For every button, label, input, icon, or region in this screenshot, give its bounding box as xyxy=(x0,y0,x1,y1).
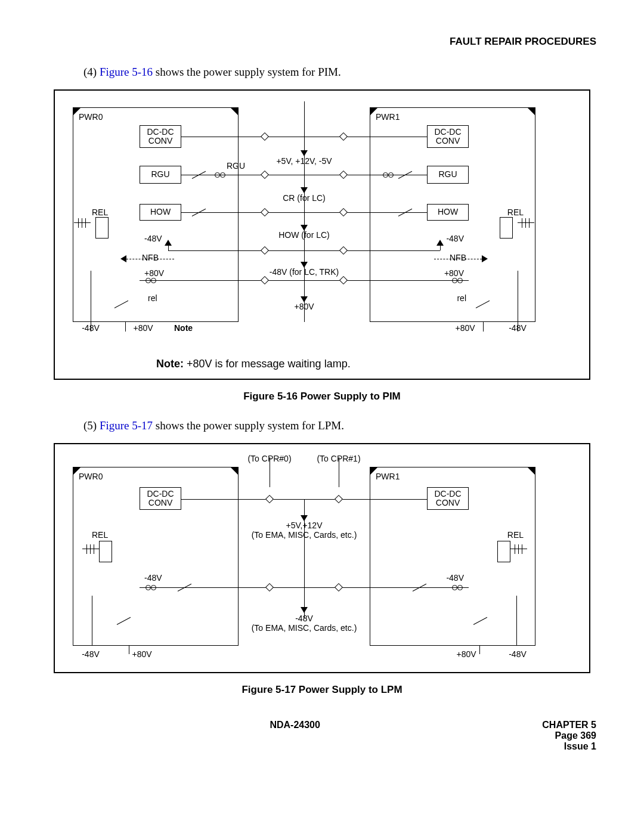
rel-left-label: REL xyxy=(92,208,108,217)
row-5v12v-2: +5V,+12V xyxy=(286,521,323,530)
neg48-left-2: -48V xyxy=(144,573,162,583)
chapter-label: CHAPTER 5 xyxy=(542,720,596,730)
para5-prefix: (5) xyxy=(83,419,100,432)
rgu-center-label: RGU xyxy=(227,161,245,171)
neg48-stub-l: -48V xyxy=(82,323,100,333)
page-footer: NDA-24300 CHAPTER 5 Page 369 Issue 1 xyxy=(48,720,596,752)
issue-number: Issue 1 xyxy=(542,741,596,752)
para4-prefix: (4) xyxy=(83,66,100,78)
figure-5-16-caption: Figure 5-16 Power Supply to PIM xyxy=(48,391,596,402)
figure-5-16-diagram: PWR0 PWR1 DC-DC CONV DC-DC CONV +5V, +12… xyxy=(73,101,571,352)
figure-5-16-frame: PWR0 PWR1 DC-DC CONV DC-DC CONV +5V, +12… xyxy=(54,89,590,380)
how-right: HOW xyxy=(427,204,469,221)
pos80-stub-l: +80V xyxy=(133,323,153,333)
rel-right-label: REL xyxy=(507,208,524,217)
note-word: Note xyxy=(174,323,193,333)
dcdc-right: DC-DC CONV xyxy=(427,125,469,148)
paragraph-5: (5) Figure 5-17 shows the power supply s… xyxy=(83,419,596,432)
figure-5-16-link[interactable]: Figure 5-16 xyxy=(100,66,153,78)
note-bold: Note: xyxy=(156,358,184,370)
dcdc-left: DC-DC CONV xyxy=(140,125,181,148)
figure-5-17-link[interactable]: Figure 5-17 xyxy=(100,419,153,432)
page-header: FAULT REPAIR PROCEDURES xyxy=(48,36,596,48)
pwr1-label-2: PWR1 xyxy=(376,472,400,481)
pwr0-label: PWR0 xyxy=(79,112,103,122)
neg48-stub-l2: -48V xyxy=(82,649,100,659)
pwr1-label: PWR1 xyxy=(376,112,400,122)
nfb-right: NFB xyxy=(450,253,466,262)
row-ema2: (To EMA, MISC, Cards, etc.) xyxy=(252,623,357,633)
row-pos80: +80V xyxy=(294,302,314,311)
row-how: HOW (for LC) xyxy=(278,230,330,240)
row-cr: CR (for LC) xyxy=(283,193,326,203)
pos80-stub-l2: +80V xyxy=(132,649,151,659)
row-neg48-2: -48V xyxy=(295,614,313,623)
how-left: HOW xyxy=(140,204,181,221)
figure-5-16-note: Note: +80V is for message waiting lamp. xyxy=(156,358,571,370)
paragraph-4: (4) Figure 5-16 shows the power supply s… xyxy=(83,66,596,79)
rel-small-left: rel xyxy=(148,293,157,303)
row-5v12v: +5V, +12V, -5V xyxy=(276,156,332,166)
neg48-left: -48V xyxy=(144,234,162,243)
figure-5-17-caption: Figure 5-17 Power Supply to LPM xyxy=(48,684,596,696)
figure-5-17-frame: (To CPR#0) (To CPR#1) PWR0 PWR1 DC-DC CO… xyxy=(54,443,590,673)
neg48-stub-r: -48V xyxy=(509,323,527,333)
to-cpr1: (To CPR#1) xyxy=(317,454,360,463)
pwr0-label-2: PWR0 xyxy=(79,472,103,481)
nfb-left: NFB xyxy=(142,253,159,262)
rel-small-right: rel xyxy=(457,293,466,303)
rel-right-2: REL xyxy=(507,530,524,540)
row-ema1: (To EMA, MISC, Cards, etc.) xyxy=(252,530,357,540)
neg48-stub-r2: -48V xyxy=(509,649,527,659)
note-text: +80V is for message waiting lamp. xyxy=(187,358,351,370)
figure-5-17-diagram: (To CPR#0) (To CPR#1) PWR0 PWR1 DC-DC CO… xyxy=(73,455,571,664)
dcdc-left-2: DC-DC CONV xyxy=(140,487,181,510)
rgu-right: RGU xyxy=(427,166,469,184)
rel-left-2: REL xyxy=(92,530,108,540)
neg48-right: -48V xyxy=(446,234,464,243)
to-cpr0: (To CPR#0) xyxy=(247,454,291,463)
para4-rest: shows the power supply system for PIM. xyxy=(153,66,341,78)
row-neg48: -48V (for LC, TRK) xyxy=(270,267,339,277)
rgu-left: RGU xyxy=(140,166,181,184)
page-number: Page 369 xyxy=(542,730,596,741)
dcdc-right-2: DC-DC CONV xyxy=(427,487,469,510)
pos80-stub-r: +80V xyxy=(455,323,475,333)
neg48-right-2: -48V xyxy=(446,573,464,583)
para5-rest: shows the power supply system for LPM. xyxy=(153,419,344,432)
pos80-stub-r2: +80V xyxy=(456,649,476,659)
doc-number: NDA-24300 xyxy=(270,720,320,752)
